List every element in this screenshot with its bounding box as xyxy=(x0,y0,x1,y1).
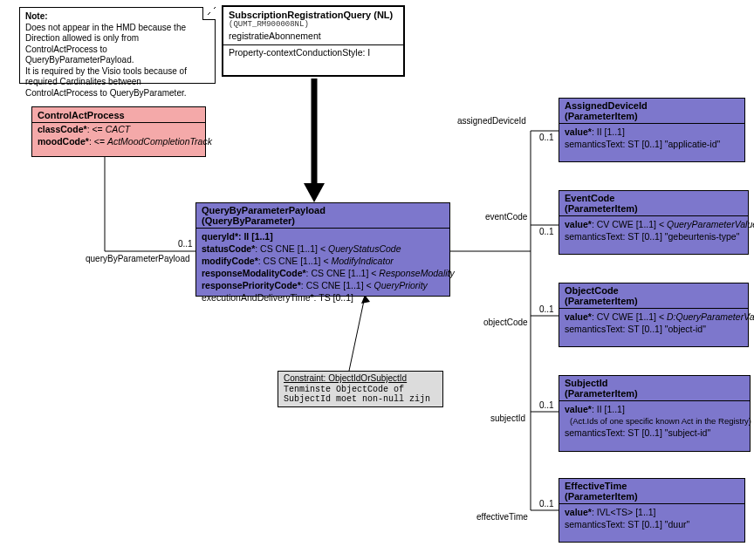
si-value: value*: II [1..1] xyxy=(559,403,750,415)
object-code-box: ObjectCode (ParameterItem) value*: CV CW… xyxy=(559,283,749,347)
oc-type: (ParameterItem) xyxy=(565,296,743,306)
adi-name: AssignedDeviceId xyxy=(565,100,739,111)
oc-name: ObjectCode xyxy=(565,285,743,296)
si-type: (ParameterItem) xyxy=(565,388,744,399)
ec-value: value*: CV CWE [1..1] < QueryParameterVa… xyxy=(559,218,748,230)
si-semantics: semanticsText: ST [0..1] "subject-id" xyxy=(559,427,750,439)
si-name: SubjectId xyxy=(565,378,744,388)
qbp-exectime: executionAndDeliveryTime*: TS [0..1] xyxy=(196,291,449,304)
qbp-queryid: queryId*: II [1..1] xyxy=(196,230,449,242)
qbp-responsemodality: responseModalityCode*: CS CNE [1..1] < R… xyxy=(196,267,449,279)
et-semantics: semanticsText: ST [0..1] "duur" xyxy=(559,518,744,530)
constraint-body: Tenminste ObjectCode of SubjectId moet n… xyxy=(278,383,442,407)
qbp-assoc-label: queryByParameterPayload xyxy=(86,254,190,263)
qbp-statuscode: statusCode*: CS CNE [1..1] < QueryStatus… xyxy=(196,242,449,255)
root-prop: Property-contextConductionStyle: I xyxy=(223,45,403,59)
adi-assoc-label: assignedDeviceId xyxy=(457,116,526,126)
si-multiplicity: 0..1 xyxy=(539,400,554,410)
ec-multiplicity: 0..1 xyxy=(539,227,554,236)
ec-type: (ParameterItem) xyxy=(565,203,743,214)
note-body: Does not appear in the HMD because the D… xyxy=(25,23,209,99)
oc-value: value*: CV CWE [1..1] < D:QueryParameter… xyxy=(559,311,748,323)
note-box: Note: Does not appear in the HMD because… xyxy=(19,7,216,84)
note-title: Note: xyxy=(25,11,209,23)
qbp-subtitle: (QueryByParameter) xyxy=(202,215,444,226)
oc-assoc-label: objectCode xyxy=(483,318,528,327)
constraint-box: Constraint: ObjectIdOrSubjectId Tenminst… xyxy=(278,371,443,407)
constraint-title: Constraint: ObjectIdOrSubjectId xyxy=(278,372,442,383)
root-code: (QUMT_RM900008NL) xyxy=(223,20,403,29)
query-by-parameter-payload-box: QueryByParameterPayload (QueryByParamete… xyxy=(195,202,450,297)
svg-marker-2 xyxy=(304,183,325,202)
et-name: EffectiveTime xyxy=(565,481,739,491)
adi-semantics: semanticsText: ST [0..1] "applicatie-id" xyxy=(559,138,744,150)
qbp-responsepriority: responsePriorityCode*: CS CNE [1..1] < Q… xyxy=(196,279,449,291)
cap-title: ControlActProcess xyxy=(32,107,205,123)
root-title: SubscriptionRegistrationQuery (NL) xyxy=(223,7,403,20)
ec-name: EventCode xyxy=(565,193,743,203)
qbp-title: QueryByParameterPayload xyxy=(202,205,444,215)
svg-line-3 xyxy=(349,297,365,371)
assigned-device-id-box: AssignedDeviceId (ParameterItem) value*:… xyxy=(559,98,745,162)
adi-value: value*: II [1..1] xyxy=(559,126,744,138)
et-value: value*: IVL<TS> [1..1] xyxy=(559,506,744,518)
si-assoc-label: subjectId xyxy=(490,413,525,423)
root-alias: registratieAbonnement xyxy=(223,29,403,43)
qbp-modifycode: modifyCode*: CS CNE [1..1] < ModifyIndic… xyxy=(196,255,449,267)
control-act-process-box: ControlActProcess classCode*: <= CACT mo… xyxy=(31,106,206,157)
event-code-box: EventCode (ParameterItem) value*: CV CWE… xyxy=(559,190,749,255)
adi-type: (ParameterItem) xyxy=(565,111,739,121)
et-type: (ParameterItem) xyxy=(565,491,739,502)
et-multiplicity: 0..1 xyxy=(539,499,554,509)
ec-assoc-label: eventCode xyxy=(485,212,527,222)
qbp-multiplicity: 0..1 xyxy=(178,239,193,249)
effective-time-box: EffectiveTime (ParameterItem) value*: IV… xyxy=(559,478,745,543)
oc-multiplicity: 0..1 xyxy=(539,304,554,314)
root-class-box: SubscriptionRegistrationQuery (NL) (QUMT… xyxy=(222,5,405,77)
adi-multiplicity: 0..1 xyxy=(539,133,554,142)
subject-id-box: SubjectId (ParameterItem) value*: II [1.… xyxy=(559,375,751,452)
cap-attr-classcode: classCode*: <= CACT xyxy=(32,123,205,135)
et-assoc-label: effectiveTime xyxy=(476,512,528,522)
cap-attr-moodcode: moodCode*: <= ActMoodCompletionTrack xyxy=(32,135,205,147)
si-extra: (Act.Ids of one specific known Act in th… xyxy=(559,415,750,427)
oc-semantics: semanticsText: ST [0..1] "object-id" xyxy=(559,323,748,335)
ec-semantics: semanticsText: ST [0..1] "gebeurtenis-ty… xyxy=(559,230,748,242)
